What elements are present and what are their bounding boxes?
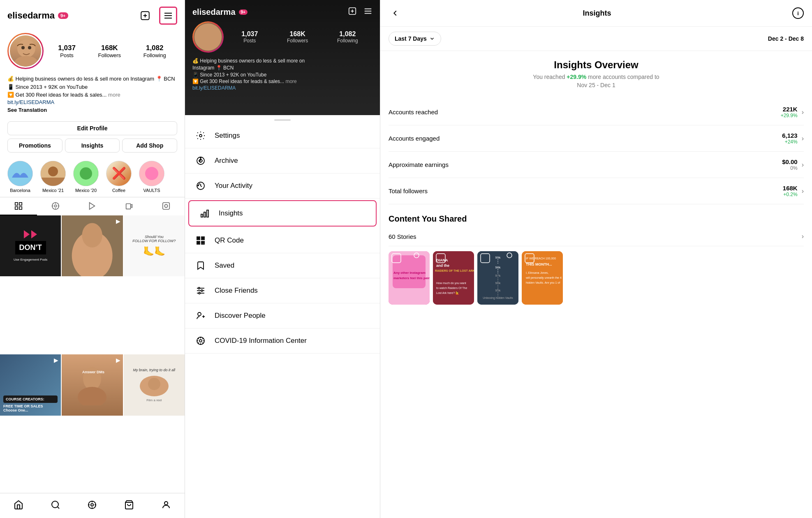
nav-home[interactable] [0, 497, 37, 513]
post-3-text: Should YouFOLLOW FOR FOLLOW? [132, 235, 176, 243]
highlight-coffee[interactable]: ❌ Coffee [106, 161, 132, 193]
svg-point-48 [164, 502, 168, 505]
bio-link[interactable]: bit.ly/ELISEDARMA [7, 99, 177, 105]
svg-text:Unboxing hidden Vaults: Unboxing hidden Vaults [483, 296, 513, 300]
tab-grid[interactable] [0, 197, 37, 215]
posts-stat[interactable]: 1,037 Posts [58, 44, 76, 58]
svg-text:will personally unearth the 4: will personally unearth the 4 [525, 276, 562, 280]
metric-accounts-engaged-value: 6,123 +24% [782, 132, 798, 145]
highlight-barcelona[interactable]: Barcelona [7, 161, 33, 193]
svg-line-90 [198, 342, 199, 343]
svg-text:98k: 98k [495, 266, 501, 269]
add-post-button[interactable] [139, 9, 152, 22]
highlights-row: Barcelona Mexico '21 Mexico '20 ❌ [0, 157, 185, 197]
svg-point-15 [80, 167, 92, 180]
avatar[interactable] [7, 33, 44, 69]
svg-point-12 [48, 166, 58, 176]
post-2-reel-icon: ▶ [116, 218, 120, 224]
menu-bg-add-icon [348, 7, 357, 17]
metric-accounts-reached[interactable]: Accounts reached 221K +29.9% › [389, 99, 804, 125]
menu-item-close-friends[interactable]: Close Friends [185, 278, 380, 303]
accounts-engaged-change: +24% [782, 139, 798, 145]
tab-reels[interactable] [37, 197, 74, 215]
menu-item-activity[interactable]: Your Activity [185, 173, 380, 199]
post-dont-text: DON'T [15, 241, 46, 254]
story-thumb-1[interactable]: Any other Instagram marketers feel this … [389, 251, 430, 305]
highlight-label-mexico20: Mexico '20 [75, 188, 97, 193]
stats-container: 1,037 Posts 168K Followers 1,082 Followi… [47, 44, 177, 58]
story-thumb-4[interactable]: IF WE REACH 100,000 THIS MONTH... I, Eli… [522, 251, 563, 305]
menu-bg-following-label: Following [337, 38, 358, 44]
post-3[interactable]: Should YouFOLLOW FOR FOLLOW? 🦶🦶 [124, 215, 185, 276]
svg-rect-70 [203, 241, 204, 243]
nav-profile[interactable] [148, 497, 185, 513]
qr-icon [195, 235, 206, 246]
svg-point-33 [82, 223, 102, 247]
menu-covid-label: COVID-19 Information Center [215, 337, 307, 345]
overview-subtitle: You reached +29.9% more accounts compare… [389, 73, 804, 89]
svg-rect-71 [201, 243, 203, 244]
svg-text:and the: and the [436, 264, 449, 268]
menu-item-archive[interactable]: Archive [185, 148, 380, 173]
following-stat[interactable]: 1,082 Following [143, 44, 166, 58]
story-thumbs-row: Any other Instagram marketers feel this … [389, 246, 804, 310]
chevron-right-icon-4: › [802, 187, 804, 195]
followers-stat[interactable]: 168K Followers [98, 44, 121, 58]
menu-item-qr[interactable]: QR Code [185, 228, 380, 253]
story-thumb-2[interactable]: DIANA and the RAIDERS OF THE LOST ARK Ho… [433, 251, 474, 305]
username-row: elisedarma 9+ [7, 10, 68, 21]
edit-profile-button[interactable]: Edit Profile [7, 121, 177, 135]
content-section-heading: Content You Shared [389, 214, 804, 224]
post-2-content [62, 215, 123, 276]
insights-button[interactable]: Insights [65, 139, 120, 153]
post-6[interactable]: My brain, trying to do it all Film a ree… [124, 354, 185, 415]
metric-accounts-reached-value: 221K +29.9% [781, 106, 798, 118]
menu-item-saved[interactable]: Saved [185, 253, 380, 278]
insights-panel-title: Insights [402, 9, 792, 18]
promotions-button[interactable]: Promotions [7, 139, 62, 153]
post-2[interactable]: ▶ [62, 215, 123, 276]
menu-item-settings[interactable]: Settings [185, 123, 380, 148]
stories-row[interactable]: 60 Stories › [389, 229, 804, 246]
svg-text:to watch Raiders Of The: to watch Raiders Of The [436, 287, 467, 289]
insights-header: Insights i [380, 0, 812, 27]
post-4[interactable]: COURSE CREATORS: FREE TIME OR SALESChoos… [0, 354, 61, 415]
post-1[interactable]: DON'T Use Engagement Pods [0, 215, 61, 276]
svg-rect-68 [198, 242, 199, 243]
nav-shop[interactable] [111, 497, 148, 513]
menu-button[interactable] [159, 7, 177, 25]
posts-label: Posts [60, 52, 74, 58]
menu-bg-bio-4: 🔽 Get 300 Reel ideas for leads & sales..… [192, 78, 372, 85]
nav-search[interactable] [37, 497, 74, 513]
highlight-mexico20[interactable]: Mexico '20 [73, 161, 99, 193]
metric-earnings[interactable]: Approximate earnings $0.00 0% › [389, 152, 804, 178]
tab-tagged[interactable] [148, 197, 185, 215]
back-button[interactable] [389, 7, 402, 20]
earnings-number: $0.00 [782, 158, 798, 165]
info-button[interactable]: i [792, 7, 804, 19]
add-shop-button[interactable]: Add Shop [122, 139, 177, 153]
bio-line-2: 📱 Since 2013 + 92K on YouTube [7, 83, 177, 91]
menu-item-insights[interactable]: Insights [188, 200, 377, 227]
tab-igtv[interactable] [111, 197, 148, 215]
metric-accounts-engaged[interactable]: Accounts engaged 6,123 +24% › [389, 125, 804, 152]
menu-item-discover[interactable]: Discover People [185, 303, 380, 328]
nav-reels[interactable] [74, 497, 111, 513]
metric-followers[interactable]: Total followers 168K +0.2% › [389, 178, 804, 204]
menu-item-covid[interactable]: COVID-19 Information Center [185, 328, 380, 354]
post-5[interactable]: Answer DMs ▶ [62, 354, 123, 415]
svg-text:99k: 99k [495, 256, 501, 259]
tab-video[interactable] [74, 197, 111, 215]
highlight-vaults[interactable]: VAULTS [139, 161, 164, 193]
menu-close-friends-label: Close Friends [215, 287, 258, 295]
highlight-mexico21[interactable]: Mexico '21 [40, 161, 66, 193]
bio-line-1: 💰 Helping business owners do less & sell… [7, 75, 177, 83]
metric-accounts-engaged-right: 6,123 +24% › [782, 132, 804, 145]
svg-point-79 [198, 312, 201, 316]
svg-rect-18 [15, 202, 18, 205]
story-thumb-3[interactable]: 99k 98k 97k 96k 95k Unboxing hidden Vaul… [477, 251, 518, 305]
filter-button[interactable]: Last 7 Days [389, 32, 441, 46]
highlight-circle-coffee: ❌ [106, 161, 132, 186]
post-3-content: Should YouFOLLOW FOR FOLLOW? 🦶🦶 [124, 215, 185, 276]
see-translation[interactable]: See Translation [7, 107, 177, 113]
